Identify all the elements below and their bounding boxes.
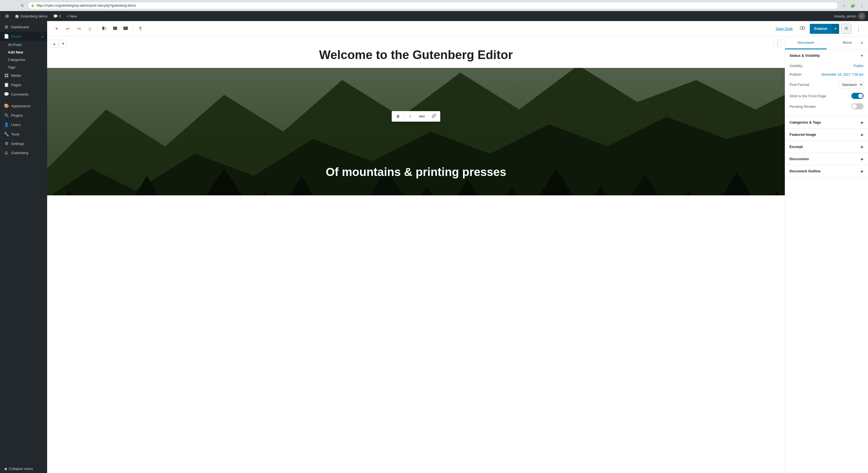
browser-actions: ☆ 🧩 ⋮ (840, 2, 865, 9)
excerpt-header[interactable]: Excerpt ▶ (785, 141, 868, 153)
publish-dropdown-button[interactable]: ▼ (832, 24, 839, 34)
status-visibility-header[interactable]: Status & Visibility ▼ (785, 49, 868, 62)
undo-icon: ↩ (66, 26, 70, 31)
italic-icon: I (410, 114, 411, 119)
pending-label: Pending Review (789, 104, 815, 109)
sidebar-collapse[interactable]: ◀ Collapse menu (0, 464, 47, 473)
layout-left-button[interactable] (99, 24, 110, 34)
sidebar-item-tools[interactable]: 🔧 Tools (0, 129, 47, 139)
publish-label: Publish (814, 27, 827, 31)
post-title[interactable]: Welcome to the Gutenberg Editor (69, 48, 763, 62)
sidebar-sub-label-add-new: Add New (8, 50, 23, 54)
redo-button[interactable]: ↪ (74, 24, 84, 34)
layout-left-icon (102, 26, 107, 32)
more-options-button[interactable]: ⋮ (854, 24, 864, 34)
appearance-icon: 🎨 (4, 103, 9, 108)
block-move-down-button[interactable]: ▼ (59, 40, 67, 48)
discussion-header[interactable]: Discussion ▶ (785, 153, 868, 165)
post-format-select[interactable]: Standard Aside Image Video Quote Link Ga… (838, 81, 864, 89)
url-bar[interactable]: 🔒 https://nylen.io/gutenberg/wp-admin/po… (28, 2, 838, 9)
home-icon: 🏠 (15, 14, 19, 18)
block-more-button[interactable]: ⋮ (774, 40, 781, 48)
block-move-up-button[interactable]: ▲ (51, 40, 58, 48)
svg-point-5 (802, 27, 803, 29)
layout-center-button[interactable] (110, 24, 120, 34)
comments-item[interactable]: 💬 0 (51, 11, 63, 21)
sidebar-item-label-posts: Posts (11, 34, 21, 38)
pages-icon: 📋 (4, 82, 9, 87)
settings-button[interactable] (841, 24, 851, 34)
sidebar-item-label-comments: Comments (11, 92, 29, 96)
new-item[interactable]: + New (64, 11, 79, 21)
sidebar-item-gutenberg[interactable]: G Gutenberg (0, 148, 47, 158)
site-name-item[interactable]: 🏠 Gutenberg demo (12, 11, 50, 21)
preview-icon (800, 25, 805, 32)
back-button[interactable]: ← (3, 2, 9, 9)
star-button[interactable]: ☆ (840, 2, 847, 9)
link-button[interactable] (430, 112, 438, 121)
document-outline-header[interactable]: Document Outline ▶ (785, 165, 868, 177)
sidebar-item-dashboard[interactable]: ⊞ Dashboard (0, 22, 47, 32)
categories-tags-header[interactable]: Categories & Tags ▶ (785, 116, 868, 128)
svg-rect-1 (104, 27, 107, 30)
forward-button[interactable]: → (11, 2, 17, 9)
toolbar-layout-btns (99, 24, 131, 34)
toolbar-divider-1 (97, 26, 97, 32)
media-icon: 🖼 (4, 73, 9, 78)
sidebar-item-users[interactable]: 👤 Users (0, 120, 47, 129)
refresh-button[interactable]: ↻ (20, 2, 26, 9)
publish-date-value[interactable]: November 16, 2017 7:56 am (822, 73, 864, 76)
extensions-button[interactable]: 🧩 (849, 2, 856, 9)
sidebar-item-appearance[interactable]: 🎨 Appearance (0, 101, 47, 110)
comments-icon: 💬 (53, 14, 58, 18)
sidebar-sub-categories[interactable]: Categories (0, 56, 47, 63)
featured-image-title: Featured Image (789, 132, 816, 137)
sidebar-item-settings[interactable]: ⚙ Settings (0, 139, 47, 148)
browser-menu-button[interactable]: ⋮ (858, 2, 865, 9)
sidebar-item-plugins[interactable]: 🔌 Plugins (0, 110, 47, 120)
preview-button[interactable] (798, 24, 808, 34)
paragraph-button[interactable]: ¶ (135, 24, 145, 34)
status-visibility-chevron: ▼ (860, 54, 864, 58)
plugins-icon: 🔌 (4, 113, 9, 118)
strikethrough-button[interactable]: ABC (418, 112, 426, 121)
stick-slider (851, 93, 864, 99)
excerpt-section: Excerpt ▶ (785, 141, 868, 153)
post-format-label: Post Format (789, 82, 809, 87)
tools-icon: 🔧 (4, 132, 9, 137)
sidebar-item-label-settings: Settings (11, 142, 24, 146)
sidebar-sub-all-posts[interactable]: All Posts (0, 41, 47, 48)
sidebar-item-posts[interactable]: 📄 Posts ◀ (0, 32, 47, 41)
tab-document[interactable]: Document (785, 37, 827, 49)
sidebar-item-media[interactable]: 🖼 Media (0, 71, 47, 80)
cover-block[interactable]: B I ABC (47, 68, 785, 195)
sidebar-sub-add-new[interactable]: Add New (0, 48, 47, 56)
featured-image-section: Featured Image ▶ (785, 129, 868, 141)
discussion-chevron: ▶ (861, 157, 864, 161)
panel-close-button[interactable]: × (858, 39, 866, 47)
tab-document-label: Document (798, 40, 814, 45)
layout-wide-button[interactable] (121, 24, 131, 34)
visibility-value[interactable]: Public (854, 64, 864, 68)
sidebar-item-pages[interactable]: 📋 Pages (0, 80, 47, 90)
sidebar-item-comments[interactable]: 💬 Comments (0, 90, 47, 99)
undo-button[interactable]: ↩ (63, 24, 73, 34)
featured-image-header[interactable]: Featured Image ▶ (785, 129, 868, 140)
wp-logo-item[interactable]: ⊕ (3, 11, 11, 21)
save-draft-button[interactable]: Save Draft (773, 25, 795, 32)
post-format-row: Post Format Standard Aside Image Video Q… (789, 79, 864, 91)
publish-button[interactable]: Publish (810, 24, 832, 34)
copy-button[interactable]: ▯ (85, 24, 95, 34)
tab-block-label: Block (843, 40, 851, 45)
pending-toggle[interactable] (851, 103, 864, 109)
italic-button[interactable]: I (406, 112, 414, 121)
stick-toggle[interactable] (851, 93, 864, 99)
bold-button[interactable]: B (394, 112, 402, 121)
editor-toolbar: + ↩ ↪ ▯ (47, 21, 868, 37)
posts-icon: 📄 (4, 34, 9, 39)
add-block-button[interactable]: + (52, 24, 62, 34)
sidebar-sub-tags[interactable]: Tags (0, 63, 47, 71)
sidebar-item-label-gutenberg: Gutenberg (11, 151, 28, 155)
cover-title[interactable]: Of mountains & printing presses (47, 165, 785, 179)
text-tool-divider-1 (404, 113, 404, 119)
